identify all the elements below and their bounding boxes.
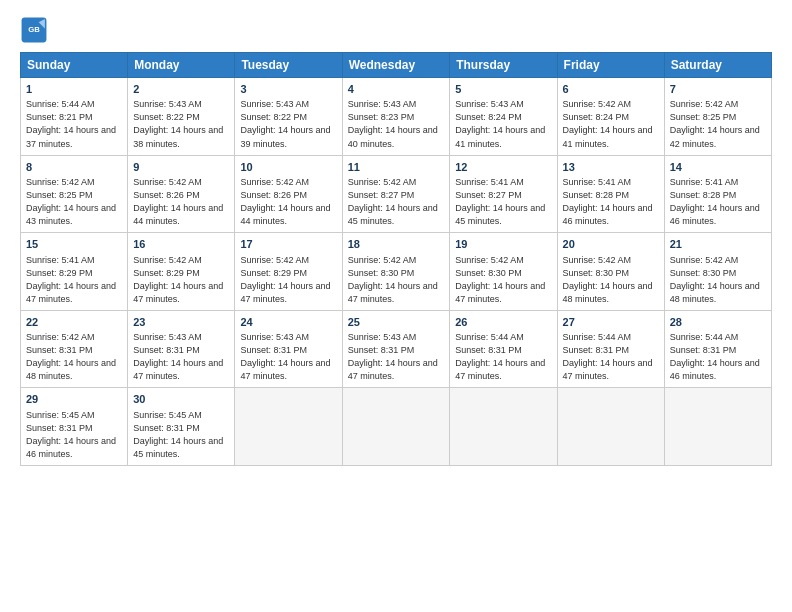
calendar-cell: 16Sunrise: 5:42 AMSunset: 8:29 PMDayligh… [128,233,235,311]
day-number: 3 [240,82,336,97]
calendar-cell [342,388,450,466]
day-number: 15 [26,237,122,252]
day-info: Sunrise: 5:41 AMSunset: 8:29 PMDaylight:… [26,254,122,306]
calendar-cell: 18Sunrise: 5:42 AMSunset: 8:30 PMDayligh… [342,233,450,311]
day-number: 1 [26,82,122,97]
calendar-cell: 22Sunrise: 5:42 AMSunset: 8:31 PMDayligh… [21,310,128,388]
calendar-cell: 1Sunrise: 5:44 AMSunset: 8:21 PMDaylight… [21,78,128,156]
day-number: 19 [455,237,551,252]
calendar-cell: 19Sunrise: 5:42 AMSunset: 8:30 PMDayligh… [450,233,557,311]
day-info: Sunrise: 5:44 AMSunset: 8:31 PMDaylight:… [563,331,659,383]
day-number: 10 [240,160,336,175]
calendar-header-row: SundayMondayTuesdayWednesdayThursdayFrid… [21,53,772,78]
day-info: Sunrise: 5:43 AMSunset: 8:31 PMDaylight:… [240,331,336,383]
calendar-cell: 27Sunrise: 5:44 AMSunset: 8:31 PMDayligh… [557,310,664,388]
day-info: Sunrise: 5:44 AMSunset: 8:31 PMDaylight:… [455,331,551,383]
calendar-cell: 7Sunrise: 5:42 AMSunset: 8:25 PMDaylight… [664,78,771,156]
calendar-cell: 10Sunrise: 5:42 AMSunset: 8:26 PMDayligh… [235,155,342,233]
svg-text:GB: GB [28,25,40,34]
day-info: Sunrise: 5:43 AMSunset: 8:22 PMDaylight:… [240,98,336,150]
day-info: Sunrise: 5:41 AMSunset: 8:28 PMDaylight:… [670,176,766,228]
week-row: 15Sunrise: 5:41 AMSunset: 8:29 PMDayligh… [21,233,772,311]
day-number: 14 [670,160,766,175]
day-info: Sunrise: 5:42 AMSunset: 8:29 PMDaylight:… [240,254,336,306]
day-number: 26 [455,315,551,330]
calendar-col-header: Saturday [664,53,771,78]
day-info: Sunrise: 5:42 AMSunset: 8:25 PMDaylight:… [26,176,122,228]
day-number: 23 [133,315,229,330]
day-info: Sunrise: 5:41 AMSunset: 8:28 PMDaylight:… [563,176,659,228]
calendar-col-header: Friday [557,53,664,78]
day-number: 16 [133,237,229,252]
day-info: Sunrise: 5:41 AMSunset: 8:27 PMDaylight:… [455,176,551,228]
day-info: Sunrise: 5:42 AMSunset: 8:24 PMDaylight:… [563,98,659,150]
logo: GB [20,16,52,44]
day-number: 6 [563,82,659,97]
calendar-cell: 14Sunrise: 5:41 AMSunset: 8:28 PMDayligh… [664,155,771,233]
day-info: Sunrise: 5:43 AMSunset: 8:23 PMDaylight:… [348,98,445,150]
calendar-cell: 6Sunrise: 5:42 AMSunset: 8:24 PMDaylight… [557,78,664,156]
calendar-cell: 9Sunrise: 5:42 AMSunset: 8:26 PMDaylight… [128,155,235,233]
day-number: 25 [348,315,445,330]
calendar-col-header: Wednesday [342,53,450,78]
day-number: 7 [670,82,766,97]
calendar-cell: 13Sunrise: 5:41 AMSunset: 8:28 PMDayligh… [557,155,664,233]
calendar-cell: 30Sunrise: 5:45 AMSunset: 8:31 PMDayligh… [128,388,235,466]
day-info: Sunrise: 5:44 AMSunset: 8:31 PMDaylight:… [670,331,766,383]
calendar-col-header: Thursday [450,53,557,78]
calendar-cell: 15Sunrise: 5:41 AMSunset: 8:29 PMDayligh… [21,233,128,311]
calendar-cell: 8Sunrise: 5:42 AMSunset: 8:25 PMDaylight… [21,155,128,233]
calendar-cell: 25Sunrise: 5:43 AMSunset: 8:31 PMDayligh… [342,310,450,388]
day-info: Sunrise: 5:45 AMSunset: 8:31 PMDaylight:… [133,409,229,461]
day-number: 2 [133,82,229,97]
day-number: 8 [26,160,122,175]
day-number: 21 [670,237,766,252]
calendar-cell: 21Sunrise: 5:42 AMSunset: 8:30 PMDayligh… [664,233,771,311]
week-row: 8Sunrise: 5:42 AMSunset: 8:25 PMDaylight… [21,155,772,233]
logo-icon: GB [20,16,48,44]
calendar-cell: 3Sunrise: 5:43 AMSunset: 8:22 PMDaylight… [235,78,342,156]
calendar-cell [235,388,342,466]
header: GB [20,16,772,44]
day-info: Sunrise: 5:42 AMSunset: 8:30 PMDaylight:… [670,254,766,306]
calendar-cell: 5Sunrise: 5:43 AMSunset: 8:24 PMDaylight… [450,78,557,156]
day-number: 18 [348,237,445,252]
calendar-cell [557,388,664,466]
day-number: 13 [563,160,659,175]
page: GB SundayMondayTuesdayWednesdayThursdayF… [0,0,792,612]
day-info: Sunrise: 5:42 AMSunset: 8:27 PMDaylight:… [348,176,445,228]
day-info: Sunrise: 5:44 AMSunset: 8:21 PMDaylight:… [26,98,122,150]
calendar-cell: 11Sunrise: 5:42 AMSunset: 8:27 PMDayligh… [342,155,450,233]
day-number: 9 [133,160,229,175]
calendar-cell: 17Sunrise: 5:42 AMSunset: 8:29 PMDayligh… [235,233,342,311]
calendar-cell: 12Sunrise: 5:41 AMSunset: 8:27 PMDayligh… [450,155,557,233]
day-number: 5 [455,82,551,97]
day-number: 27 [563,315,659,330]
day-info: Sunrise: 5:42 AMSunset: 8:26 PMDaylight:… [133,176,229,228]
day-number: 22 [26,315,122,330]
day-info: Sunrise: 5:43 AMSunset: 8:31 PMDaylight:… [348,331,445,383]
day-info: Sunrise: 5:42 AMSunset: 8:26 PMDaylight:… [240,176,336,228]
week-row: 22Sunrise: 5:42 AMSunset: 8:31 PMDayligh… [21,310,772,388]
day-info: Sunrise: 5:42 AMSunset: 8:31 PMDaylight:… [26,331,122,383]
calendar-col-header: Tuesday [235,53,342,78]
calendar-cell: 28Sunrise: 5:44 AMSunset: 8:31 PMDayligh… [664,310,771,388]
calendar-cell [664,388,771,466]
day-info: Sunrise: 5:43 AMSunset: 8:24 PMDaylight:… [455,98,551,150]
calendar-cell: 26Sunrise: 5:44 AMSunset: 8:31 PMDayligh… [450,310,557,388]
day-info: Sunrise: 5:43 AMSunset: 8:31 PMDaylight:… [133,331,229,383]
calendar-cell: 24Sunrise: 5:43 AMSunset: 8:31 PMDayligh… [235,310,342,388]
day-number: 4 [348,82,445,97]
day-info: Sunrise: 5:42 AMSunset: 8:30 PMDaylight:… [348,254,445,306]
calendar-col-header: Monday [128,53,235,78]
day-info: Sunrise: 5:43 AMSunset: 8:22 PMDaylight:… [133,98,229,150]
day-info: Sunrise: 5:42 AMSunset: 8:30 PMDaylight:… [563,254,659,306]
calendar-col-header: Sunday [21,53,128,78]
day-number: 20 [563,237,659,252]
day-info: Sunrise: 5:42 AMSunset: 8:29 PMDaylight:… [133,254,229,306]
calendar-cell: 23Sunrise: 5:43 AMSunset: 8:31 PMDayligh… [128,310,235,388]
calendar-cell: 2Sunrise: 5:43 AMSunset: 8:22 PMDaylight… [128,78,235,156]
day-number: 30 [133,392,229,407]
calendar-cell: 4Sunrise: 5:43 AMSunset: 8:23 PMDaylight… [342,78,450,156]
day-info: Sunrise: 5:45 AMSunset: 8:31 PMDaylight:… [26,409,122,461]
